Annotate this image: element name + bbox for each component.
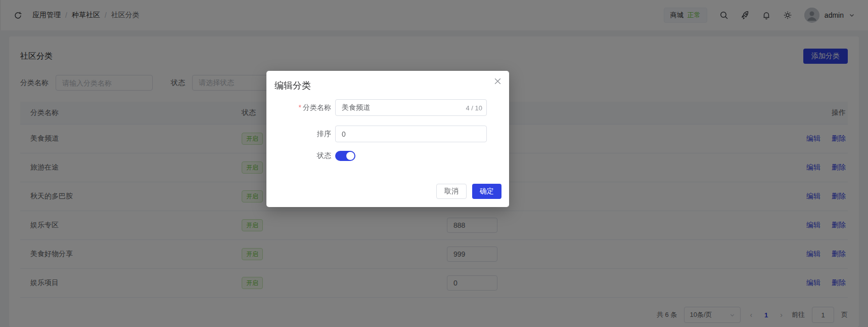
edit-category-dialog: 编辑分类 *分类名称 4 / 10 排序 状态 取消 确定 — [266, 71, 509, 207]
dialog-title: 编辑分类 — [275, 79, 311, 92]
dialog-sort-input[interactable] — [335, 126, 487, 142]
confirm-button[interactable]: 确定 — [472, 184, 501, 199]
dialog-sort-label: 排序 — [266, 130, 331, 139]
dialog-status-label: 状态 — [266, 151, 331, 160]
char-counter: 4 / 10 — [466, 104, 482, 111]
required-asterisk: * — [299, 103, 301, 111]
dialog-name-label: 分类名称 — [303, 103, 331, 111]
close-icon[interactable] — [494, 77, 501, 85]
status-toggle[interactable] — [335, 151, 355, 161]
dialog-name-input[interactable] — [335, 99, 487, 116]
cancel-button[interactable]: 取消 — [436, 184, 467, 199]
